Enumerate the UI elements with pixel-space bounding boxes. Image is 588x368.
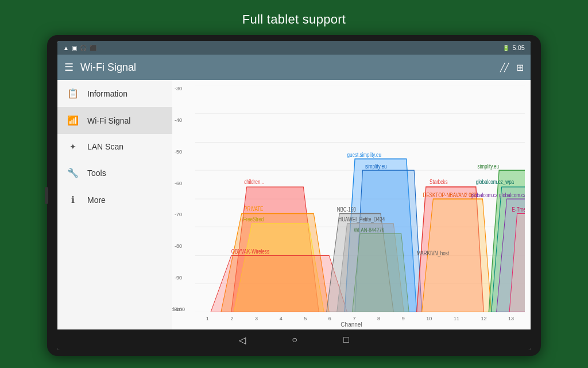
drawer-item-wifi-signal[interactable]: 📶 Wi-Fi Signal bbox=[57, 107, 172, 134]
drawer-item-information[interactable]: 📋 Information bbox=[57, 80, 172, 107]
view-toggle-icon[interactable]: ⊞ bbox=[516, 62, 524, 73]
app-bar-actions: ╱╱ ⊞ bbox=[500, 62, 524, 73]
svg-text:PRIVATE: PRIVATE bbox=[244, 206, 263, 212]
svg-text:Starbcks: Starbcks bbox=[430, 179, 448, 186]
status-bar: ▲ ▣ 🎧 ⬛ 🔋 5:05 bbox=[57, 41, 531, 55]
page-title-container: Full tablet support bbox=[242, 12, 346, 27]
svg-text:E-Tmel.cz: E-Tmel.cz bbox=[512, 206, 525, 213]
more-icon: ℹ bbox=[67, 194, 79, 205]
hamburger-menu-button[interactable]: ☰ bbox=[64, 61, 74, 74]
home-button[interactable]: ○ bbox=[292, 335, 297, 345]
app-bar-title: Wi-Fi Signal bbox=[80, 62, 493, 74]
more-label: More bbox=[87, 195, 106, 205]
y-axis-title: dBm bbox=[172, 306, 182, 312]
svg-text:guest.simplity.eu: guest.simplity.eu bbox=[347, 152, 381, 158]
svg-text:OBYVAK-Wireless: OBYVAK-Wireless bbox=[231, 248, 269, 255]
lan-scan-icon: ✦ bbox=[67, 142, 79, 151]
x-axis-title: Channel bbox=[172, 321, 531, 328]
main-content: 📋 Information 📶 Wi-Fi Signal ✦ LAN Scan … bbox=[57, 80, 531, 329]
svg-text:DESKTOP-NBAVAN2 063: DESKTOP-NBAVAN2 063 bbox=[423, 192, 476, 198]
tablet-frame: ▲ ▣ 🎧 ⬛ 🔋 5:05 ☰ Wi-Fi Signal ╱╱ ⊞ bbox=[47, 35, 541, 356]
signal-strength-icon[interactable]: ╱╱ bbox=[500, 63, 508, 72]
drawer-item-more[interactable]: ℹ More bbox=[57, 186, 172, 213]
tools-label: Tools bbox=[87, 168, 106, 178]
wifi-status-icon: ▲ bbox=[63, 45, 69, 51]
svg-text:children...: children... bbox=[244, 179, 264, 186]
wifi-signal-icon: 📶 bbox=[67, 115, 79, 126]
svg-text:FreeStred: FreeStred bbox=[243, 216, 264, 223]
information-icon: 📋 bbox=[67, 88, 79, 99]
app-bar: ☰ Wi-Fi Signal ╱╱ ⊞ bbox=[57, 55, 531, 80]
drawer-item-tools[interactable]: 🔧 Tools bbox=[57, 159, 172, 186]
side-button bbox=[45, 187, 48, 204]
svg-text:globalcom.cz_wpa: globalcom.cz_wpa bbox=[476, 179, 514, 186]
status-right: 🔋 5:05 bbox=[502, 44, 525, 51]
sim-icon: ▣ bbox=[72, 45, 77, 51]
svg-marker-15 bbox=[211, 256, 347, 313]
svg-text:MARKIVN_host: MARKIVN_host bbox=[417, 251, 450, 257]
svg-text:globalcom.cz globalcom.cz: globalcom.cz globalcom.cz bbox=[471, 192, 525, 198]
wifi-chart-svg: children... PRIVATE FreeStred OBYVAK-Wir… bbox=[195, 86, 525, 312]
screenshot-icon: ⬛ bbox=[90, 45, 96, 51]
svg-text:NBC-160: NBC-160 bbox=[337, 206, 356, 213]
battery-icon: 🔋 bbox=[502, 45, 509, 51]
navigation-drawer: 📋 Information 📶 Wi-Fi Signal ✦ LAN Scan … bbox=[57, 80, 172, 329]
chart-canvas: children... PRIVATE FreeStred OBYVAK-Wir… bbox=[195, 86, 525, 312]
headset-icon: 🎧 bbox=[80, 45, 87, 51]
recent-apps-button[interactable]: □ bbox=[343, 335, 349, 345]
status-icons-left: ▲ ▣ 🎧 ⬛ bbox=[63, 45, 96, 51]
back-button[interactable]: ◁ bbox=[239, 335, 246, 346]
svg-marker-25 bbox=[353, 233, 409, 312]
tools-icon: 🔧 bbox=[67, 167, 79, 178]
svg-text:simplity.eu: simplity.eu bbox=[477, 163, 498, 170]
y-axis: -30 -40 -50 -60 -70 -80 -90 -100 bbox=[175, 86, 185, 312]
svg-text:HUAWEI_Petite_D424: HUAWEI_Petite_D424 bbox=[338, 216, 385, 223]
drawer-item-lan-scan[interactable]: ✦ LAN Scan bbox=[57, 134, 172, 159]
tablet-inner: ▲ ▣ 🎧 ⬛ 🔋 5:05 ☰ Wi-Fi Signal ╱╱ ⊞ bbox=[57, 41, 531, 350]
x-axis-labels: 1 2 3 4 5 6 7 8 9 10 11 12 13 bbox=[195, 316, 525, 321]
wifi-signal-label: Wi-Fi Signal bbox=[87, 116, 130, 125]
svg-text:WLAN-844276: WLAN-844276 bbox=[354, 227, 384, 233]
status-time: 5:05 bbox=[513, 44, 525, 51]
lan-scan-label: LAN Scan bbox=[87, 142, 123, 151]
nav-bar: ◁ ○ □ bbox=[57, 329, 531, 350]
information-label: Information bbox=[87, 89, 127, 98]
svg-text:simplity.eu: simplity.eu bbox=[365, 163, 386, 170]
chart-area: -30 -40 -50 -60 -70 -80 -90 -100 bbox=[172, 80, 531, 329]
page-title: Full tablet support bbox=[242, 12, 346, 26]
